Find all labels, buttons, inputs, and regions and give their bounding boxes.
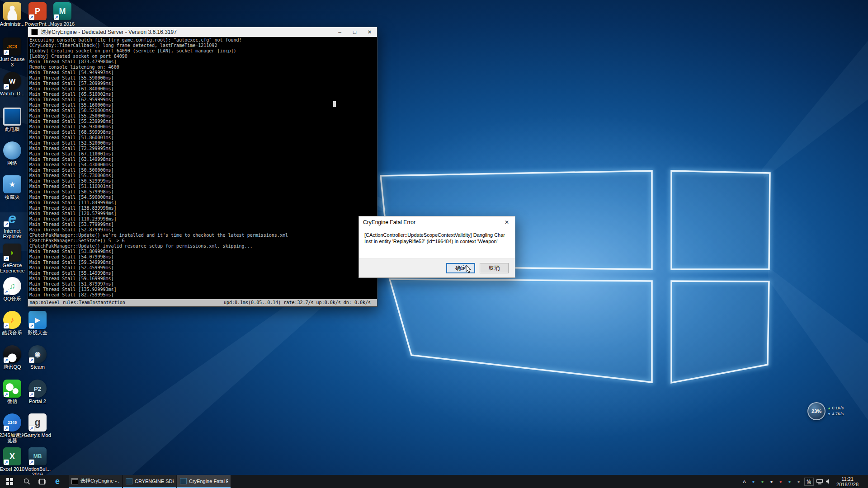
console-line: Main Thread Stall [55.590000ms] <box>29 75 377 81</box>
console-line: Main Thread Stall [111.849998ms] <box>29 200 377 206</box>
console-line: Main Thread Stall [50.579998ms] <box>29 189 377 195</box>
shortcut-arrow-icon: ↗ <box>29 392 34 397</box>
powerpoint-icon: P↗ <box>28 2 47 20</box>
console-selection-cursor <box>333 101 336 107</box>
console-line: Main Thread Stall [54.430000ms] <box>29 162 377 168</box>
console-line: Main Thread Stall [59.169998ms] <box>29 276 377 282</box>
shortcut-arrow-icon: ↗ <box>29 14 34 20</box>
taskbar: e 选择CryEngine - ...CRYENGINE SDK ...CryE… <box>0 475 868 488</box>
internet-explorer-icon: e↗ <box>3 209 21 227</box>
tray-icon-red[interactable]: ● <box>777 477 784 486</box>
yingshi-daquan-icon: ▶↗ <box>28 311 47 329</box>
console-line: Main Thread Stall [55.730000ms] <box>29 173 377 178</box>
console-line: Main Thread Stall [51.860001ms] <box>29 135 377 141</box>
tray-icon-gray[interactable]: ● <box>795 477 802 486</box>
cancel-button[interactable]: 取消 <box>480 263 509 273</box>
shortcut-arrow-icon: ↗ <box>4 460 9 465</box>
volume-icon[interactable] <box>825 477 832 486</box>
console-line: Main Thread Stall [52.459999ms] <box>29 265 377 271</box>
cryengine-app-icon <box>180 478 187 484</box>
shortcut-arrow-icon: ↗ <box>4 323 9 328</box>
system-tray: ^●●●●●●简 11:21 2018/7/28 <box>741 475 868 488</box>
network-icon <box>3 141 21 160</box>
input-method-indicator[interactable]: 简 <box>804 478 814 486</box>
console-line: Main Thread Stall [120.579994ms] <box>29 211 377 216</box>
desktop-icon-garrys-mod[interactable]: g↗Garry's Mod <box>23 413 52 438</box>
desktop-icon-maya-2016[interactable]: M↗Maya 2016 <box>48 2 77 27</box>
net-speed-ball[interactable]: 23% <box>807 402 826 420</box>
shortcut-arrow-icon: ↗ <box>4 289 9 295</box>
start-button[interactable] <box>0 475 19 488</box>
console-line: Main Thread Stall [53.779999ms] <box>29 222 377 227</box>
search-button[interactable] <box>19 475 34 488</box>
console-output[interactable]: Executing console batch file (try game,c… <box>28 37 377 299</box>
console-line: Main Thread Stall [72.299995ms] <box>29 146 377 151</box>
desktop-icon-label: Internet Explorer <box>0 228 27 239</box>
desktop-icon-portal-2[interactable]: P2↗Portal 2 <box>23 380 52 404</box>
dialog-title: CryEngine Fatal Error <box>359 219 499 225</box>
mouse-cursor <box>466 265 472 274</box>
desktop-icon-internet-explorer[interactable]: e↗Internet Explorer <box>0 209 27 239</box>
portal-2-icon: P2↗ <box>28 380 47 398</box>
desktop-icon-geforce-experience[interactable]: ◗↗GeForce Experience <box>0 244 27 273</box>
console-line: Main Thread Stall [63.149998ms] <box>29 157 377 162</box>
dialog-footer: 确定 取消 <box>359 258 515 277</box>
desktop-icon-just-cause-3[interactable]: JC3↗Just Cause 3 <box>0 38 27 67</box>
console-line: Main Thread Stall [50.500000ms] <box>29 168 377 173</box>
desktop-icon-network[interactable]: 网络 <box>0 141 27 166</box>
edge-button[interactable]: e <box>50 475 65 488</box>
tray-icon-white[interactable]: ● <box>768 477 775 486</box>
desktop-icon-favorites[interactable]: ★收藏夹 <box>0 175 27 200</box>
console-statusbar: map:nolevel rules:TeamInstantAction upd:… <box>28 299 377 306</box>
taskbar-button[interactable]: 选择CryEngine - ... <box>69 475 122 488</box>
tray-icon-teal[interactable]: ● <box>786 477 793 486</box>
desktop-icon-label: QQ音乐 <box>0 296 27 301</box>
task-view-button[interactable] <box>34 475 50 488</box>
taskbar-spacer <box>231 475 741 488</box>
minimize-button[interactable]: – <box>332 27 347 37</box>
console-titlebar[interactable]: 选择CryEngine - Dedicated Server - Version… <box>28 27 377 37</box>
tray-icon-green[interactable]: ● <box>759 477 766 486</box>
console-window[interactable]: 选择CryEngine - Dedicated Server - Version… <box>28 27 377 307</box>
clock-date: 2018/7/28 <box>836 482 859 487</box>
console-title: 选择CryEngine - Dedicated Server - Version… <box>41 28 332 36</box>
console-line: CPatchPakManager::Update() we're install… <box>29 233 377 238</box>
console-line: Main Thread Stall [51.110001ms] <box>29 184 377 189</box>
tray-expand-chevron-icon[interactable]: ^ <box>741 478 748 487</box>
net-speed-widget[interactable]: 23% ▲ 0.1K/s ▼ 4.7K/s <box>807 402 844 420</box>
console-line: Remote console listening on: 4600 <box>29 65 377 70</box>
desktop-icon-steam[interactable]: ◉↗Steam <box>23 345 52 370</box>
close-button[interactable]: ✕ <box>362 27 377 37</box>
desktop-icon-watch-dogs[interactable]: W↗Watch_D... <box>0 72 27 96</box>
desktop-icon-this-pc[interactable]: 此电脑 <box>0 108 27 132</box>
console-line: Main Thread Stall [52.520000ms] <box>29 141 377 146</box>
taskbar-button[interactable]: CRYENGINE SDK ... <box>123 475 176 488</box>
browser-2345-icon: 2345↗ <box>3 413 21 432</box>
shortcut-arrow-icon: ↗ <box>4 256 9 261</box>
desktop-icon-label: 此电脑 <box>0 127 27 132</box>
console-line: Main Thread Stall [59.349998ms] <box>29 260 377 265</box>
tray-icon-blue[interactable]: ● <box>750 477 757 486</box>
fatal-error-dialog[interactable]: CryEngine Fatal Error ✕ [CActionControll… <box>359 216 515 278</box>
taskbar-button[interactable]: CryEngine Fatal E... <box>177 475 231 488</box>
desktop-icon-qq-music[interactable]: ♫↗QQ音乐 <box>0 277 27 301</box>
maya-2016-icon: M↗ <box>53 2 71 20</box>
console-line: Main Thread Stall [65.510002ms] <box>29 92 377 97</box>
network-icon[interactable] <box>816 477 823 486</box>
dialog-titlebar[interactable]: CryEngine Fatal Error ✕ <box>359 216 515 228</box>
console-line: Main Thread Stall [67.110001ms] <box>29 151 377 157</box>
favorites-icon: ★ <box>3 175 21 193</box>
console-line: Main Thread Stall [110.239998ms] <box>29 216 377 222</box>
console-line: Main Thread Stall [62.959999ms] <box>29 97 377 103</box>
excel-2010-icon: X↗ <box>3 447 21 465</box>
console-line: Main Thread Stall [68.599998ms] <box>29 130 377 135</box>
taskbar-button-label: CryEngine Fatal E... <box>189 479 228 484</box>
taskbar-clock[interactable]: 11:21 2018/7/28 <box>834 476 862 487</box>
dialog-close-button[interactable]: ✕ <box>499 216 515 228</box>
desktop-icon-label: GeForce Experience <box>0 263 27 273</box>
console-line: Main Thread Stall [55.239998ms] <box>29 119 377 124</box>
desktop-icon-yingshi-daquan[interactable]: ▶↗影视大全 <box>23 311 52 335</box>
desktop-icon-motionbuilder-2016[interactable]: MB↗MotionBui... 2016 <box>23 447 52 477</box>
console-app-icon <box>31 29 38 35</box>
maximize-button[interactable]: □ <box>347 27 362 37</box>
